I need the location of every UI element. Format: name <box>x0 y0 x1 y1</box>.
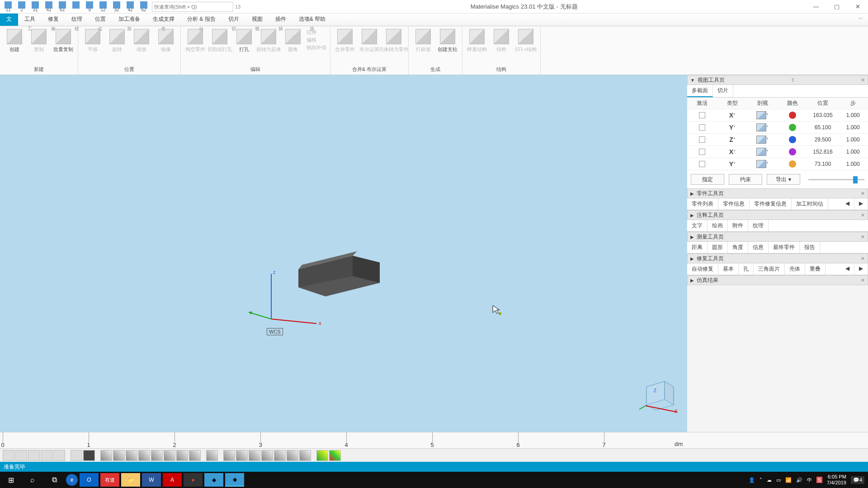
tab-attach[interactable]: 附件 <box>728 220 748 231</box>
taskbar-app-youdao[interactable]: 有道 <box>100 473 119 487</box>
tab-overlap[interactable]: 重叠 <box>805 263 826 275</box>
label-button[interactable]: 打标签 <box>412 29 434 53</box>
constrain-button[interactable]: 约束 <box>729 174 762 185</box>
mark-edge-icon[interactable] <box>249 450 260 461</box>
ribbon-collapse-icon[interactable]: ﹀ <box>854 14 868 26</box>
tab-auto-fix[interactable]: 自动修复 <box>687 263 718 275</box>
section-active-checkbox[interactable] <box>687 134 717 145</box>
mirror-button[interactable]: 镜像 <box>155 29 177 53</box>
qat-item[interactable]: 9 <box>83 1 96 13</box>
pin-icon[interactable]: ⇪ <box>791 77 795 83</box>
tab-build-time[interactable]: 加工时间估 <box>792 198 828 210</box>
section-step[interactable]: 1.000 <box>838 122 868 133</box>
ribbon-tab-slice[interactable]: 切片切 <box>222 14 245 26</box>
section-axis[interactable]: Y˅ <box>717 158 748 170</box>
scroll-left-icon[interactable]: ◀ <box>841 198 854 210</box>
close-icon[interactable]: ✕ <box>861 277 865 283</box>
ribbon-tab-position[interactable]: 位置位 <box>89 14 112 26</box>
taskbar-app-ie[interactable]: e <box>66 474 78 486</box>
tri-green-icon[interactable] <box>316 450 328 461</box>
taskbar-app-recorder[interactable]: ● <box>184 473 203 487</box>
tab-part-info[interactable]: 零件信息 <box>718 198 750 210</box>
scroll-right-icon[interactable]: ▶ <box>854 263 868 275</box>
section-axis[interactable]: X˅ <box>717 146 748 158</box>
section-step[interactable]: 1.000 <box>838 134 868 145</box>
section-position[interactable]: 73.100 <box>808 158 838 170</box>
mark-group-icon[interactable] <box>206 450 218 461</box>
select-icon[interactable] <box>100 450 112 461</box>
panel-header-view[interactable]: ▼视图工具页⇪✕ <box>687 75 868 85</box>
rotate-button[interactable]: 旋转 <box>106 29 128 53</box>
zoom-in-icon[interactable] <box>3 450 14 461</box>
section-position[interactable]: 29.500 <box>808 134 838 145</box>
close-icon[interactable]: ✕ <box>861 234 865 240</box>
tab-slice[interactable]: 切片 <box>713 85 733 97</box>
taskbar-app-outlook[interactable]: O <box>80 473 99 487</box>
ribbon-tab-plugin[interactable]: 插件插 <box>269 14 292 26</box>
qat-item[interactable]: 12 <box>97 1 109 13</box>
qat-item[interactable]: 31 <box>29 1 42 13</box>
section-clip-toggle[interactable]: ˅ <box>747 158 778 170</box>
section-step[interactable]: 1.000 <box>838 146 868 158</box>
taskbar-app-word[interactable]: W <box>142 473 161 487</box>
section-active-checkbox[interactable] <box>687 109 717 121</box>
section-color[interactable] <box>778 122 808 133</box>
section-position[interactable]: 152.816 <box>808 146 838 158</box>
tab-part-list[interactable]: 零件列表 <box>687 198 718 210</box>
view-solid-icon[interactable] <box>83 450 95 461</box>
section-color[interactable] <box>778 146 808 158</box>
tab-circle[interactable]: 圆形 <box>708 242 728 253</box>
shell-to-part-button[interactable]: 壳体转为零件 <box>383 29 405 53</box>
ribbon-tab-tools[interactable]: 工具工 <box>18 14 42 26</box>
structure-button[interactable]: 结构 <box>491 29 512 53</box>
ime-sogou-icon[interactable]: S <box>816 477 822 483</box>
section-active-checkbox[interactable] <box>687 158 717 170</box>
mark-connected-icon[interactable] <box>274 450 286 461</box>
mark-plane-icon[interactable] <box>236 450 248 461</box>
notification-icon[interactable]: 💬4 <box>851 476 864 484</box>
section-clip-toggle[interactable]: ˅ <box>747 146 778 158</box>
tri-rgb-icon[interactable] <box>329 450 341 461</box>
qat-item[interactable]: 11 <box>2 1 14 13</box>
section-clip-toggle[interactable]: ˅ <box>747 134 778 145</box>
section-active-checkbox[interactable] <box>687 122 717 133</box>
panel-header-fix[interactable]: ▶修复工具页✕ <box>687 253 868 263</box>
specify-button[interactable]: 指定 <box>691 174 724 185</box>
tab-final-part[interactable]: 最终零件 <box>769 242 800 253</box>
quick-search-input[interactable] <box>152 2 233 12</box>
tab-report[interactable]: 报告 <box>800 242 820 253</box>
panel-header-sim[interactable]: ▶仿真结果✕ <box>687 275 868 285</box>
qat-item[interactable]: 41 <box>42 1 55 13</box>
face-to-solid-button[interactable]: 面转为实体 <box>258 29 279 53</box>
tab-draw[interactable]: 绘画 <box>708 220 728 231</box>
scale-button[interactable]: 缩放 <box>131 29 152 53</box>
close-icon[interactable]: ✕ <box>861 212 865 218</box>
ribbon-tab-texture[interactable]: 纹理纹 <box>65 14 89 26</box>
close-icon[interactable]: ✕ <box>861 191 865 197</box>
merge-parts-button[interactable]: 合并零件 <box>334 29 356 53</box>
section-axis[interactable]: X˅ <box>717 109 748 121</box>
punch-button[interactable]: 打孔 <box>233 29 255 53</box>
tray-expand-icon[interactable]: ˄ <box>760 477 762 483</box>
create-strut-button[interactable]: 创建支柱 <box>437 29 458 53</box>
taskbar-app-explorer[interactable]: 📁 <box>121 473 140 487</box>
section-color[interactable] <box>778 109 808 121</box>
close-button[interactable]: ✕ <box>847 0 868 13</box>
clock[interactable]: 6:05 PM 7/4/2019 <box>827 474 846 486</box>
honeycomb-button[interactable]: 蜂巢结构 <box>466 29 488 53</box>
start-button[interactable]: ⊞ <box>0 472 22 488</box>
mark-shell-icon[interactable] <box>261 450 273 461</box>
section-step[interactable]: 1.000 <box>838 158 868 170</box>
section-clip-toggle[interactable]: ˅ <box>747 109 778 121</box>
mark-all-icon[interactable] <box>299 450 311 461</box>
orientation-cube[interactable]: X Z <box>637 373 678 414</box>
close-icon[interactable]: ✕ <box>861 77 865 83</box>
qat-item[interactable]: 62 <box>137 1 150 13</box>
qat-item[interactable]: 61 <box>56 1 69 13</box>
pan-icon[interactable] <box>41 450 52 461</box>
panel-header-part[interactable]: ▶零件工具页✕ <box>687 188 868 198</box>
section-active-checkbox[interactable] <box>687 146 717 158</box>
panel-header-annot[interactable]: ▶注释工具页✕ <box>687 210 868 220</box>
close-icon[interactable]: ✕ <box>861 256 865 262</box>
section-axis[interactable]: Z˅ <box>717 134 748 145</box>
